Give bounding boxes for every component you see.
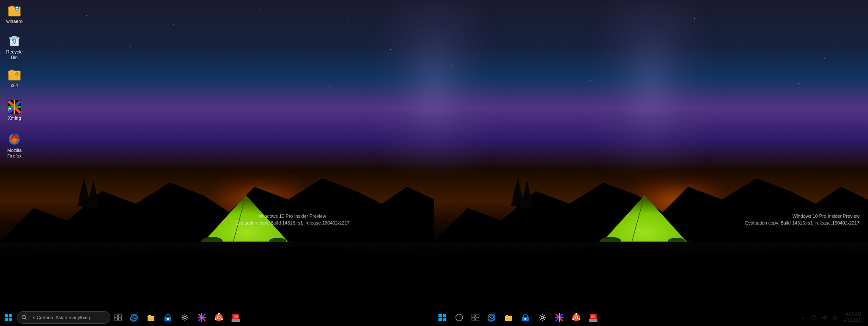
svg-point-97 [541, 316, 544, 319]
search-icon [22, 315, 27, 320]
svg-rect-91 [476, 318, 479, 320]
svg-rect-55 [118, 315, 122, 317]
svg-marker-20 [602, 195, 687, 242]
cortana-search[interactable]: I'm Cortana. Ask me anything. [17, 311, 110, 324]
svg-rect-56 [114, 318, 117, 320]
svg-point-29 [16, 7, 18, 8]
start-button[interactable] [0, 309, 17, 326]
taskbar-monitor2 [434, 309, 868, 326]
watermark-left: Windows 10 Pro Insider Preview Evaluatio… [235, 213, 350, 226]
ubuntu-icon-monitor2 [572, 313, 581, 322]
svg-rect-62 [167, 318, 169, 320]
svg-rect-84 [443, 314, 446, 317]
svg-rect-75 [234, 315, 238, 318]
start-button-monitor2[interactable] [434, 309, 451, 326]
svg-rect-49 [9, 314, 12, 317]
recycle-bin-icon [8, 34, 21, 48]
desktop-icon-x64[interactable]: x x64 [1, 66, 28, 90]
milky-way-effect-2 [587, 0, 714, 170]
task-view-button-monitor2[interactable] [468, 309, 483, 326]
svg-rect-83 [438, 314, 442, 317]
task-view-button[interactable] [110, 309, 126, 326]
svg-rect-85 [438, 318, 442, 321]
cortana-button-monitor2[interactable] [451, 309, 468, 326]
edge-button-monitor2[interactable] [483, 309, 500, 326]
svg-rect-42 [14, 100, 15, 114]
winaero-icon [8, 3, 21, 17]
svg-rect-60 [148, 315, 151, 317]
svg-text:x: x [16, 73, 17, 76]
cortana-icon-monitor2 [455, 314, 463, 321]
svg-point-87 [456, 314, 463, 321]
desktop-icon-firefox[interactable]: Mozilla Firefox [1, 131, 28, 160]
svg-rect-86 [443, 318, 446, 321]
svg-rect-57 [118, 318, 122, 320]
svg-point-73 [215, 318, 217, 320]
store-icon-monitor2 [521, 313, 530, 322]
desktop-icon-xming[interactable]: Xming [1, 98, 28, 123]
svg-line-53 [25, 318, 26, 320]
svg-rect-110 [589, 319, 597, 322]
winaero-label: winaero [3, 19, 26, 24]
store-button[interactable] [159, 309, 176, 326]
xming-taskbar-button-monitor2[interactable] [551, 309, 568, 326]
ubuntu-button[interactable] [210, 309, 227, 326]
firefox-icon [8, 132, 21, 146]
x64-label: x64 [3, 83, 26, 88]
svg-point-69 [215, 314, 223, 321]
paint-icon [232, 313, 240, 322]
svg-point-106 [579, 318, 581, 320]
ubuntu-icon [215, 313, 223, 322]
svg-rect-46 [8, 108, 9, 111]
svg-rect-35 [10, 70, 14, 72]
settings-button-monitor2[interactable] [534, 309, 551, 326]
svg-point-107 [572, 318, 574, 320]
xming-taskbar-icon-monitor2 [555, 313, 564, 322]
xming-icon [8, 100, 21, 114]
store-icon [164, 313, 172, 322]
svg-rect-30 [10, 38, 19, 46]
edge-icon [130, 313, 138, 322]
xming-label: Xming [3, 115, 26, 121]
svg-rect-96 [525, 318, 526, 320]
svg-rect-51 [9, 318, 12, 321]
task-view-icon-monitor2 [472, 315, 479, 320]
edge-icon-monitor2 [487, 313, 496, 322]
file-explorer-button-monitor2[interactable] [500, 309, 517, 326]
tent-right [598, 191, 691, 242]
svg-rect-109 [591, 315, 595, 318]
edge-button[interactable] [126, 309, 142, 326]
desktop: Windows 10 Pro Insider Preview Evaluatio… [0, 0, 868, 309]
svg-point-63 [184, 316, 186, 319]
windows-logo-monitor2 [438, 314, 446, 321]
paint-button[interactable] [227, 309, 244, 326]
svg-rect-48 [5, 314, 8, 317]
file-explorer-icon-monitor2 [504, 313, 513, 322]
task-view-icon [114, 315, 122, 320]
xming-taskbar-button[interactable] [193, 309, 210, 326]
svg-rect-27 [10, 6, 14, 8]
paint-icon-monitor2 [589, 313, 597, 322]
svg-rect-68 [201, 313, 202, 322]
x64-icon: x [8, 67, 21, 81]
settings-button[interactable] [176, 309, 193, 326]
file-explorer-icon [147, 313, 155, 322]
milky-way-effect [371, 0, 498, 170]
svg-rect-90 [472, 318, 475, 320]
watermark-right: Windows 10 Pro Insider Preview Evaluatio… [745, 213, 860, 226]
file-explorer-button[interactable] [142, 309, 159, 326]
svg-rect-88 [472, 315, 475, 317]
svg-point-103 [572, 314, 580, 321]
ubuntu-button-monitor2[interactable] [568, 309, 585, 326]
desktop-icon-winaero[interactable]: winaero [1, 2, 28, 26]
svg-point-72 [221, 318, 223, 320]
paint-button-monitor2[interactable] [585, 309, 602, 326]
store-button-monitor2[interactable] [517, 309, 534, 326]
svg-rect-76 [232, 319, 240, 322]
settings-icon-monitor2 [538, 313, 547, 322]
svg-rect-94 [506, 315, 508, 317]
firefox-label: Mozilla Firefox [3, 148, 26, 159]
desktop-icon-recycle-bin[interactable]: Recycle Bin [1, 32, 28, 62]
settings-icon [181, 313, 189, 322]
recycle-bin-label: Recycle Bin [3, 49, 26, 60]
